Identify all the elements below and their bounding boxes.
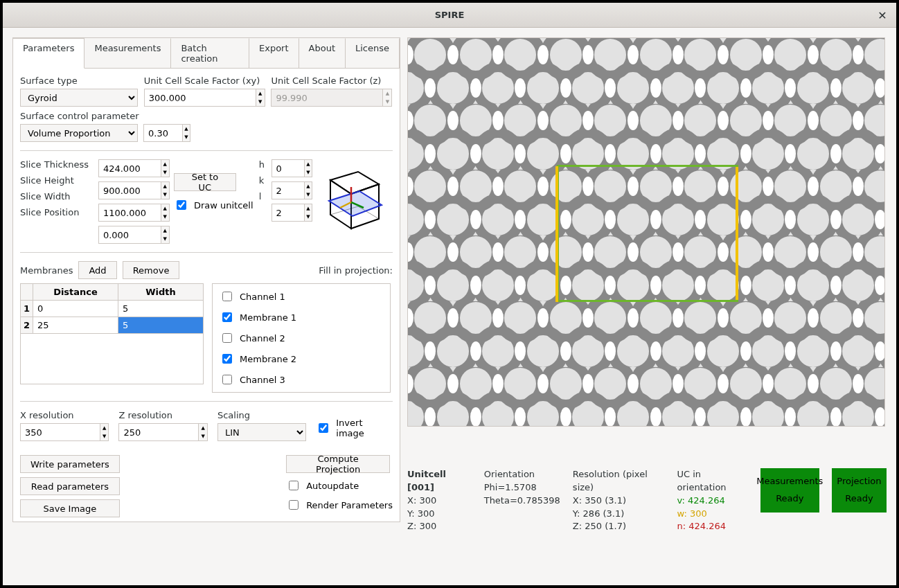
orientation-title: Orientation (484, 468, 560, 481)
tab-batch[interactable]: Batch creation (171, 38, 249, 68)
surface-ctrl-label: Surface control parameter (20, 111, 393, 121)
window-title: SPIRE (435, 10, 465, 20)
scaling-select[interactable]: LIN (217, 423, 306, 441)
render-parameters-checkbox[interactable] (289, 500, 299, 510)
add-membrane-button[interactable]: Add (78, 261, 116, 279)
membranes-table[interactable]: Distance Width 1 0 5 2 25 (20, 283, 204, 384)
invert-image-checkbox[interactable] (319, 423, 328, 433)
z-res-input[interactable]: ▲▼ (118, 423, 207, 441)
slice-width-label: Slice Width (20, 191, 94, 202)
compute-projection-button[interactable]: Compute Projection (286, 455, 390, 473)
status-bar: Unitcell [001] X: 300 Y: 300 Z: 300 Orie… (407, 468, 887, 533)
unitcell-edge-yellow (555, 166, 558, 302)
slice-position-label: Slice Position (20, 207, 94, 217)
save-image-button[interactable]: Save Image (20, 499, 120, 517)
x-res-input[interactable]: ▲▼ (20, 423, 109, 441)
chevron-up-icon[interactable]: ▲ (256, 89, 265, 98)
miller-k-input[interactable]: ▲▼ (272, 181, 312, 199)
read-parameters-button[interactable]: Read parameters (20, 477, 120, 495)
slice-thickness-label: Slice Thickness (20, 159, 94, 170)
fill-projection-list: Channel 1 Membrane 1 Channel 2 Membrane … (212, 283, 391, 393)
membrane1-checkbox[interactable] (222, 312, 232, 322)
table-row[interactable]: 1 0 5 (21, 301, 203, 317)
fill-projection-label: Fill in projection: (319, 265, 393, 276)
slice-height-input[interactable]: ▲▼ (98, 181, 170, 199)
slice-position-input[interactable]: ▲▼ (98, 226, 170, 244)
col-distance: Distance (33, 284, 118, 300)
channel3-checkbox[interactable] (222, 375, 232, 384)
remove-membrane-button[interactable]: Remove (123, 261, 180, 279)
app-window: SPIRE ✕ Parameters Measurements Batch cr… (3, 3, 896, 585)
close-icon[interactable]: ✕ (875, 8, 889, 22)
tab-bar: Parameters Measurements Batch creation E… (13, 38, 400, 69)
invert-image-label: Invert image (336, 418, 393, 438)
scaling-label: Scaling (217, 410, 306, 420)
unitcell-box-yellow (557, 167, 738, 300)
autoupdate-checkbox[interactable] (289, 481, 299, 490)
membranes-label: Membranes (20, 265, 73, 276)
measurements-status: Measurements Ready (760, 468, 819, 513)
table-row[interactable]: 2 25 5 (21, 317, 203, 334)
set-to-uc-button[interactable]: Set to UC (174, 173, 236, 191)
col-width: Width (118, 284, 203, 300)
uc-orientation-title: UC in orientation (677, 468, 747, 495)
draw-unitcell-checkbox[interactable] (177, 200, 186, 210)
uc-xy-input[interactable]: ▲▼ (144, 89, 265, 107)
titlebar: SPIRE ✕ (3, 3, 896, 28)
write-parameters-button[interactable]: Write parameters (20, 455, 120, 473)
x-res-label: X resolution (20, 410, 109, 420)
parameter-panel: Parameters Measurements Batch creation E… (12, 37, 400, 522)
uc-z-label: Unit Cell Scale Factor (z) (271, 75, 393, 86)
miller-h-label: h (259, 159, 267, 170)
unitcell-title: Unitcell [001] (407, 468, 472, 495)
miller-h-input[interactable]: ▲▼ (272, 159, 312, 177)
chevron-down-icon[interactable]: ▼ (256, 98, 265, 106)
projection-status: Projection Ready (832, 468, 887, 513)
channel2-checkbox[interactable] (222, 333, 232, 343)
channel1-checkbox[interactable] (222, 292, 232, 301)
miller-k-label: k (259, 175, 267, 186)
tab-measurements[interactable]: Measurements (84, 38, 171, 68)
uc-xy-label: Unit Cell Scale Factor (xy) (144, 75, 266, 86)
membrane2-checkbox[interactable] (222, 354, 232, 364)
tab-parameters[interactable]: Parameters (13, 38, 84, 69)
tab-about[interactable]: About (299, 38, 346, 68)
z-res-label: Z resolution (118, 410, 207, 420)
slice-height-label: Slice Height (20, 175, 94, 186)
surface-ctrl-value[interactable]: ▲▼ (143, 124, 190, 142)
resolution-title: Resolution (pixel size) (573, 468, 665, 495)
surface-type-label: Surface type (20, 75, 139, 86)
tab-license[interactable]: License (346, 38, 400, 68)
uc-z-input: ▲▼ (271, 89, 392, 107)
projection-preview (407, 37, 885, 427)
miller-l-input[interactable]: ▲▼ (272, 204, 312, 222)
unitcell-cube-icon (317, 159, 393, 235)
tab-export[interactable]: Export (249, 38, 299, 68)
slice-thickness-input[interactable]: ▲▼ (98, 159, 170, 177)
slice-width-input[interactable]: ▲▼ (98, 204, 170, 222)
draw-unitcell-label: Draw unitcell (194, 200, 253, 211)
surface-ctrl-select[interactable]: Volume Proportion (20, 124, 138, 142)
svg-marker-0 (330, 172, 379, 194)
surface-type-select[interactable]: Gyroid (20, 89, 138, 107)
miller-l-label: l (259, 191, 267, 202)
